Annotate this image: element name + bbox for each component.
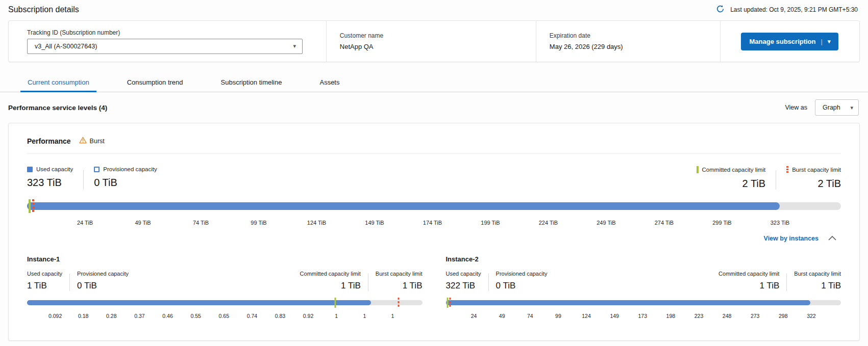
- provisioned-capacity-label: Provisioned capacity: [496, 271, 548, 277]
- expiration-date-label: Expiration date: [550, 32, 707, 39]
- last-updated-text: Last updated: Oct 9, 2025, 9:21 PM GMT+5…: [730, 6, 858, 13]
- provisioned-capacity-swatch-icon: [94, 167, 100, 172]
- overall-capacity-bar: [27, 197, 841, 215]
- customer-name-label: Customer name: [340, 32, 523, 39]
- axis-tick-label: 124 TiB: [307, 220, 326, 226]
- tab-consumption-trend[interactable]: Consumption trend: [120, 73, 190, 92]
- customer-name-section: Customer name NetApp QA: [327, 21, 536, 62]
- instance-burst-stat: Burst capacity limit 1 TiB: [794, 271, 841, 291]
- instance-capacity-bar: [446, 296, 841, 309]
- committed-limit-value: 1 TiB: [341, 281, 361, 291]
- axis-tick-label: 24: [471, 313, 477, 319]
- chevron-down-icon: ▾: [850, 105, 853, 111]
- committed-limit-value: 2 TiB: [742, 178, 766, 190]
- used-capacity-stat: Used capacity 323 TiB: [27, 166, 73, 190]
- stat-divider: [69, 274, 70, 291]
- instance-capacity-axis: 0.0920.180.280.370.460.550.650.740.830.9…: [27, 313, 423, 321]
- button-separator: |: [821, 38, 823, 45]
- stat-divider: [368, 274, 368, 291]
- chevron-up-icon[interactable]: [828, 234, 837, 243]
- view-as-value: Graph: [823, 104, 840, 111]
- tab-subscription-timeline[interactable]: Subscription timeline: [214, 73, 289, 92]
- axis-tick-label: 0.28: [106, 313, 116, 319]
- committed-limit-value: 1 TiB: [760, 281, 780, 291]
- committed-limit-marker: [29, 199, 31, 213]
- axis-tick-label: 99 TiB: [251, 220, 266, 226]
- tracking-id-select[interactable]: v3_All (A-S00027643) ▾: [27, 39, 303, 54]
- instance-capacity-bar: [27, 296, 423, 309]
- instance-stats-row: Used capacity 322 TiB Provisioned capaci…: [446, 271, 841, 291]
- axis-tick-label: 49: [499, 313, 505, 319]
- instance-provisioned-stat: Provisioned capacity 0 TiB: [496, 271, 548, 291]
- overall-capacity-axis: 24 TiB49 TiB74 TiB99 TiB124 TiB149 TiB17…: [27, 220, 841, 228]
- axis-tick-label: 198: [666, 313, 676, 319]
- capacity-bar-track: [27, 300, 423, 305]
- provisioned-capacity-stat: Provisioned capacity 0 TiB: [94, 166, 157, 190]
- burst-limit-marker: [398, 298, 400, 308]
- view-by-instances-link[interactable]: View by instances: [764, 235, 819, 242]
- instances-section: Instance-1 Used capacity 1 TiB Provision…: [27, 255, 841, 321]
- used-capacity-value: 323 TiB: [27, 177, 73, 189]
- performance-title-row: Performance Burst: [27, 137, 841, 154]
- instance-committed-stat: Committed capacity limit 1 TiB: [718, 271, 779, 291]
- axis-tick-label: 74: [527, 313, 533, 319]
- instance-burst-stat: Burst capacity limit 1 TiB: [376, 271, 423, 291]
- warning-icon: [79, 137, 87, 145]
- capacity-bar-fill: [27, 202, 780, 210]
- instance-panel-2: Instance-2 Used capacity 322 TiB Provisi…: [446, 255, 841, 321]
- axis-tick-label: 0.18: [78, 313, 88, 319]
- manage-subscription-label: Manage subscription: [749, 38, 815, 45]
- burst-limit-label: Burst capacity limit: [792, 167, 841, 173]
- committed-limit-marker: [335, 298, 336, 308]
- tab-bar: Current consumption Consumption trend Su…: [0, 73, 868, 92]
- tracking-id-value: v3_All (A-S00027643): [35, 43, 97, 50]
- stat-divider: [786, 274, 787, 291]
- axis-tick-label: 323 TiB: [771, 220, 789, 226]
- last-updated-area: Last updated: Oct 9, 2025, 9:21 PM GMT+5…: [716, 5, 858, 15]
- capacity-bar-track: [446, 300, 841, 305]
- axis-tick-label: 49 TiB: [135, 220, 151, 226]
- axis-tick-label: 0.92: [303, 313, 313, 319]
- committed-limit-swatch-icon: [697, 166, 699, 173]
- axis-tick-label: 99: [555, 313, 561, 319]
- subscription-summary-card: Tracking ID (Subscription number) v3_All…: [8, 20, 860, 62]
- legend-right-group: Committed capacity limit 2 TiB Burst cap…: [697, 166, 841, 190]
- burst-limit-marker: [450, 298, 451, 308]
- provisioned-capacity-value: 0 TiB: [94, 177, 157, 189]
- committed-limit-label: Committed capacity limit: [702, 167, 766, 173]
- tracking-id-section: Tracking ID (Subscription number) v3_All…: [9, 21, 326, 62]
- burst-limit-label: Burst capacity limit: [376, 271, 423, 277]
- burst-limit-marker: [32, 199, 34, 213]
- refresh-button[interactable]: [716, 5, 725, 15]
- axis-tick-label: 0.74: [247, 313, 257, 319]
- axis-tick-label: 1: [391, 313, 394, 319]
- used-capacity-label: Used capacity: [27, 271, 62, 277]
- tab-assets[interactable]: Assets: [312, 73, 346, 92]
- axis-tick-label: 74 TiB: [193, 220, 209, 226]
- stat-divider: [83, 170, 84, 190]
- burst-warning-badge: Burst: [79, 137, 105, 145]
- axis-tick-label: 299 TiB: [712, 220, 731, 226]
- axis-tick-label: 174 TiB: [423, 220, 442, 226]
- tab-current-consumption[interactable]: Current consumption: [20, 73, 96, 92]
- axis-tick-label: 1: [363, 313, 366, 319]
- page-title: Subscription details: [8, 5, 79, 14]
- used-capacity-swatch-icon: [27, 167, 33, 172]
- burst-limit-swatch-icon: [786, 166, 788, 173]
- axis-tick-label: 0.37: [134, 313, 144, 319]
- axis-tick-label: 274 TiB: [655, 220, 674, 226]
- instance-used-stat: Used capacity 322 TiB: [446, 271, 481, 291]
- legend-left-group: Used capacity 323 TiB Provisioned capaci…: [27, 166, 157, 190]
- view-as-control: View as Graph ▾: [785, 99, 859, 116]
- axis-tick-label: 322: [807, 313, 816, 319]
- view-as-select[interactable]: Graph ▾: [815, 99, 859, 116]
- used-capacity-value: 322 TiB: [446, 281, 481, 291]
- capacity-bar-track: [27, 202, 841, 210]
- instance-panel-1: Instance-1 Used capacity 1 TiB Provision…: [27, 255, 423, 321]
- axis-tick-label: 273: [751, 313, 760, 319]
- capacity-legend-row: Used capacity 323 TiB Provisioned capaci…: [27, 166, 841, 190]
- manage-subscription-button[interactable]: Manage subscription | ▾: [741, 33, 838, 50]
- committed-limit-label: Committed capacity limit: [300, 271, 361, 277]
- instance-provisioned-stat: Provisioned capacity 0 TiB: [77, 271, 129, 291]
- axis-tick-label: 0.65: [219, 313, 229, 319]
